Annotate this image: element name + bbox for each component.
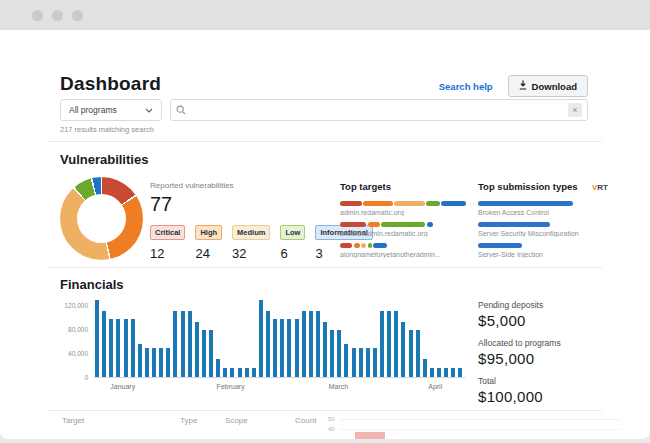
vrt-label: VRT [592,183,608,192]
top-targets-heading: Top targets [340,181,391,192]
financial-bar [245,368,249,377]
financials-bar-chart: 120,000 80,000 40,000 0 January February… [60,298,465,392]
stat-label: Total [478,376,561,386]
financial-bar [394,311,398,377]
search-input[interactable] [191,105,563,115]
financial-bar [124,319,128,377]
target-stacked-bar [340,243,466,248]
header-actions: Search help Download [439,75,588,97]
financial-bar [173,311,177,377]
financial-bar [359,348,363,377]
download-icon [519,80,527,92]
financial-bar [458,368,462,377]
financial-bar [145,348,149,377]
financial-bar [401,322,405,377]
financial-bar [266,311,270,377]
stat-value: $5,000 [478,312,561,329]
app-window: Dashboard Search help Download All progr… [0,0,650,443]
financial-bar [209,330,213,377]
target-bar-segment [340,243,352,248]
financial-bar [287,319,291,377]
financial-bar [437,368,441,377]
financial-bar [302,311,306,377]
financial-bar [230,368,234,377]
target-bar-segment [354,243,360,248]
vulnerabilities-heading: Vulnerabilities [60,152,148,167]
financial-bar [273,319,277,377]
stat-allocated-to-programs: Allocated to programs $95,000 [478,338,561,367]
target-bar-segment [363,201,393,206]
financial-bar [152,348,156,377]
financial-bar [138,344,142,377]
bar-chart-plot-area [93,300,465,378]
financial-bar [131,319,135,377]
financial-bar [195,322,199,377]
clear-search-button[interactable]: × [568,103,582,117]
financial-bar [116,319,120,377]
column-header-type: Type [180,416,197,425]
submission-type-label: Server Security Misconfiguration [478,230,608,237]
financial-bar [188,311,192,377]
financial-bar [202,330,206,377]
target-bar-segment [373,243,387,248]
stat-value: $95,000 [478,350,561,367]
program-filter-dropdown[interactable]: All programs [60,99,162,121]
x-axis: January February March April [93,383,465,392]
financial-bar [238,368,242,377]
x-axis-label: February [217,383,245,390]
target-label: alongnameforyetanotheradmin... [340,251,466,258]
download-button[interactable]: Download [508,75,588,97]
x-axis-label: March [329,383,348,390]
severity-count: 24 [195,246,209,261]
financial-bar [337,330,341,377]
mini-chart-tick: 50 [328,416,335,422]
target-bar-segment [427,222,433,227]
mini-chart-tick: 40 [328,426,335,432]
severity-badge: Low [280,225,305,240]
window-dot-icon [52,10,63,21]
submission-type-row: Server-Side Injection [478,243,608,258]
severity-low: Low 6 [280,225,305,261]
y-axis-tick: 40,000 [60,350,88,357]
program-filter-value: All programs [69,105,117,115]
submission-type-label: Broken Access Control [478,209,608,216]
financial-bar [280,319,284,377]
target-row: admin.redamatic.org [340,201,466,216]
y-axis-tick: 120,000 [60,302,88,309]
financial-bar [352,348,356,377]
severity-badge: Medium [232,225,270,240]
financial-bar [309,311,313,377]
financial-bar [216,359,220,377]
search-help-link[interactable]: Search help [439,81,493,92]
search-results-count: 217 results matching search [60,125,154,134]
financial-bar [373,348,377,377]
results-table-header: Target Type Scope Count 50 40 [0,416,650,439]
vulnerabilities-donut-chart [60,177,143,260]
target-bar-segment [340,222,366,227]
financial-bar [316,311,320,377]
target-bar-segment [426,201,440,206]
divider [48,141,602,142]
mini-chart-bar [355,432,385,439]
financial-bar [444,368,448,377]
target-bar-segment [340,201,362,206]
x-axis-label: April [428,383,442,390]
target-bar-segment [368,243,372,248]
financial-bar [423,359,427,377]
download-button-label: Download [532,81,577,92]
financial-bar [295,319,299,377]
divider [48,410,602,411]
financial-bar [451,368,455,377]
severity-count: 32 [232,246,246,261]
search-icon [176,101,186,119]
financial-bar [102,311,106,377]
stat-label: Allocated to programs [478,338,561,348]
financial-bar [181,311,185,377]
target-row: anotheradmin.redamatic.org [340,222,466,237]
financial-bar [430,368,434,377]
financial-bar [252,368,256,377]
financial-bar [409,330,413,377]
stat-value: $100,000 [478,388,561,405]
target-bar-segment [441,201,466,206]
severity-count: 6 [280,246,287,261]
